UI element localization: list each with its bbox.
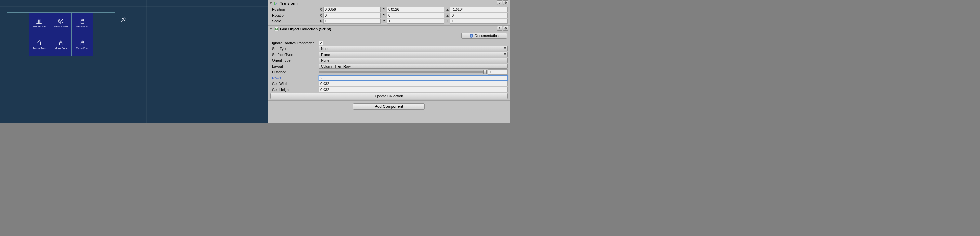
layout-label: Layout	[270, 64, 317, 68]
menu-grid: Menu One Menu Three Menu Four Menu Two M…	[29, 12, 93, 56]
orient-type-dropdown[interactable]: None	[319, 58, 508, 63]
menu-tile-label: Menu Four	[76, 25, 89, 28]
update-collection-button[interactable]: Update Collection	[270, 93, 508, 99]
svg-line-14	[83, 41, 84, 43]
sort-type-dropdown[interactable]: None	[319, 46, 508, 51]
foldout-icon[interactable]	[270, 2, 272, 4]
svg-line-17	[275, 3, 277, 5]
menu-tile-label: Menu Four	[76, 47, 89, 50]
rotation-label: Rotation	[270, 13, 317, 17]
rotation-row: Rotation X 0 Y 0 Z 0	[270, 12, 508, 18]
component-menu-button[interactable]: ⚙	[503, 26, 508, 30]
ignore-inactive-label: Ignore Inactive Transforms	[270, 41, 317, 45]
rotation-z-field[interactable]: 0	[450, 13, 508, 18]
slider-thumb[interactable]	[484, 70, 487, 74]
transform-icon	[274, 1, 278, 6]
dropdown-value: Plane	[321, 52, 330, 57]
add-component-button[interactable]: Add Component	[353, 103, 425, 110]
transform-component: Transform ? ⚙ Position X 0.0356 Y 0.0126…	[268, 0, 509, 25]
x-label: X	[319, 8, 322, 11]
cube-icon	[58, 19, 64, 24]
surface-type-row: Surface Type Plane	[270, 52, 508, 57]
position-row: Position X 0.0356 Y 0.0126 Z -1.0104	[270, 6, 508, 12]
rows-field[interactable]: 2	[319, 75, 508, 81]
component-menu-button[interactable]: ⚙	[503, 0, 508, 5]
menu-tile-label: Menu Four	[55, 47, 67, 50]
rotation-x-field[interactable]: 0	[323, 13, 381, 18]
help-circle-icon: ?	[469, 34, 473, 38]
menu-tile-four-c[interactable]: Menu Four	[72, 34, 93, 56]
hand-rays-icon	[80, 40, 85, 46]
svg-line-6	[81, 19, 81, 21]
scale-label: Scale	[270, 19, 317, 23]
orient-type-row: Orient Type None	[270, 57, 508, 63]
distance-label: Distance	[270, 70, 317, 74]
position-label: Position	[270, 8, 317, 11]
ignore-inactive-checkbox[interactable]: ✔	[319, 41, 323, 45]
svg-line-8	[83, 19, 84, 21]
sort-type-row: Sort Type None	[270, 46, 508, 52]
position-x-field[interactable]: 0.0356	[323, 7, 381, 12]
cell-height-field[interactable]: 0.032	[319, 87, 508, 92]
position-z-field[interactable]: -1.0104	[450, 7, 508, 12]
ignore-inactive-row: Ignore Inactive Transforms ✔	[270, 40, 508, 46]
y-label: Y	[382, 8, 385, 11]
cell-width-row: Cell Width 0.032	[270, 81, 508, 87]
cell-height-label: Cell Height	[270, 88, 317, 92]
surface-type-dropdown[interactable]: Plane	[319, 52, 508, 57]
layout-dropdown[interactable]: Column Then Row	[319, 63, 508, 69]
component-help-button[interactable]: ?	[497, 26, 502, 30]
scale-z-field[interactable]: 1	[450, 19, 508, 24]
component-title: Transform	[280, 1, 508, 5]
documentation-label: Documentation	[475, 34, 499, 38]
rows-label: Rows	[270, 76, 317, 80]
script-icon: C#	[274, 27, 278, 31]
inspector-panel: Transform ? ⚙ Position X 0.0356 Y 0.0126…	[268, 0, 509, 123]
hand-rays-icon	[80, 19, 85, 24]
cell-height-row: Cell Height 0.032	[270, 87, 508, 92]
rotation-y-field[interactable]: 0	[387, 13, 444, 18]
svg-text:C#: C#	[275, 28, 278, 30]
distance-row: Distance 1	[270, 69, 508, 75]
surface-type-label: Surface Type	[270, 52, 317, 57]
scale-y-field[interactable]: 1	[387, 19, 444, 24]
dropdown-value: None	[321, 59, 329, 62]
distance-slider[interactable]	[319, 71, 487, 73]
add-component-area: Add Component	[268, 101, 509, 112]
documentation-button[interactable]: ? Documentation	[461, 33, 507, 39]
svg-rect-0	[37, 21, 38, 24]
scale-x-field[interactable]: 1	[323, 19, 381, 24]
grid-collection-header[interactable]: C# Grid Object Collection (Script) ? ⚙	[268, 25, 509, 32]
scale-row: Scale X 1 Y 1 Z 1	[270, 18, 508, 24]
menu-tile-one[interactable]: Menu One	[29, 12, 50, 34]
z-label: Z	[445, 8, 449, 11]
svg-rect-1	[38, 20, 39, 24]
distance-value-field[interactable]: 1	[488, 70, 508, 74]
layout-row: Layout Column Then Row	[270, 63, 508, 69]
scene-view[interactable]: Menu One Menu Three Menu Four Menu Two M…	[0, 0, 268, 123]
cell-width-label: Cell Width	[270, 82, 317, 86]
menu-tile-three[interactable]: Menu Three	[50, 12, 72, 34]
svg-line-12	[81, 41, 81, 43]
hand-rays-icon	[58, 40, 64, 46]
dropdown-value: None	[321, 47, 329, 51]
cell-width-field[interactable]: 0.032	[319, 81, 508, 86]
position-y-field[interactable]: 0.0126	[387, 7, 444, 12]
foldout-icon[interactable]	[270, 28, 272, 30]
menu-tile-four-a[interactable]: Menu Four	[72, 12, 93, 34]
svg-line-9	[59, 41, 60, 43]
rows-row: Rows 2	[270, 75, 508, 81]
pin-icon[interactable]	[120, 17, 126, 23]
grid-collection-component: C# Grid Object Collection (Script) ? ⚙ ?…	[268, 25, 509, 101]
orient-type-label: Orient Type	[270, 59, 317, 62]
hand-icon	[37, 40, 42, 46]
bar-chart-icon	[37, 19, 42, 24]
component-help-button[interactable]: ?	[497, 0, 502, 5]
menu-tile-four-b[interactable]: Menu Four	[50, 34, 72, 56]
component-title: Grid Object Collection (Script)	[280, 27, 508, 31]
dropdown-value: Column Then Row	[321, 64, 350, 68]
menu-tile-label: Menu One	[33, 25, 45, 28]
menu-tile-two[interactable]: Menu Two	[29, 34, 50, 56]
transform-header[interactable]: Transform ? ⚙	[268, 0, 509, 6]
svg-line-11	[62, 41, 62, 43]
